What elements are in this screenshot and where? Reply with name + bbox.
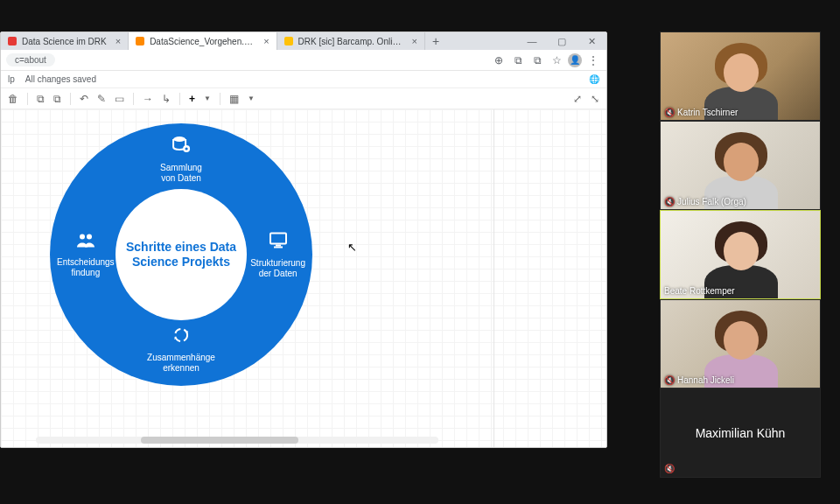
expand-icon[interactable]: ⤡ bbox=[591, 93, 599, 105]
drawio-canvas[interactable]: Schritte eines Data Science Projekts Sam… bbox=[1, 109, 606, 447]
trash-icon[interactable]: 🗑 bbox=[8, 93, 18, 105]
ring-label: Entscheidungs bbox=[57, 257, 115, 267]
scrollbar-thumb[interactable] bbox=[141, 437, 298, 444]
undo-icon[interactable]: ↶ bbox=[80, 93, 88, 105]
participant-tile[interactable]: Maximilian Kühn🔇 bbox=[660, 388, 821, 478]
participant-name-label: 🔇Hannah Jickeli bbox=[664, 375, 734, 385]
ring-label: findung bbox=[71, 268, 100, 277]
process-ring-diagram: Schritte eines Data Science Projekts Sam… bbox=[50, 123, 312, 386]
video-feed bbox=[661, 32, 820, 120]
insert-plus-button[interactable]: + bbox=[189, 93, 195, 105]
shared-browser-window: Data Science im DRK × DataScience_Vorgeh… bbox=[0, 32, 607, 448]
ring-label: von Daten bbox=[161, 173, 201, 183]
participant-tile[interactable]: 🔇Julius Falk (Orga) bbox=[660, 121, 821, 210]
participant-tile[interactable]: 🔇Katrin Tschirner bbox=[660, 32, 821, 121]
browser-tab-1[interactable]: DataScience_Vorgehen.drawio × bbox=[129, 32, 276, 50]
close-window-button[interactable]: ✕ bbox=[577, 32, 606, 50]
pencil-icon[interactable]: ✎ bbox=[97, 93, 106, 105]
kebab-menu-icon[interactable]: ⋮ bbox=[585, 54, 601, 66]
profile-avatar-icon[interactable]: 👤 bbox=[568, 53, 582, 67]
ring-item-left: Entscheidungs findung bbox=[57, 232, 115, 278]
menu-help[interactable]: lp bbox=[8, 74, 15, 84]
favicon-icon bbox=[136, 37, 144, 46]
database-gear-icon bbox=[160, 136, 202, 159]
ring-label: Sammlung bbox=[160, 163, 202, 172]
ring-label: der Daten bbox=[259, 269, 298, 278]
close-icon[interactable]: × bbox=[263, 36, 269, 46]
participant-name-label: 🔇Julius Falk (Orga) bbox=[664, 197, 746, 206]
maximize-button[interactable]: ▢ bbox=[547, 32, 577, 50]
ring-item-top: Sammlung von Daten bbox=[160, 136, 202, 184]
ring-item-right: Strukturierung der Daten bbox=[250, 231, 305, 279]
share-icon[interactable]: ⧉ bbox=[510, 54, 526, 66]
ring-label: erkennen bbox=[163, 363, 200, 373]
address-bar: c=about ⊕ ⧉ ⧉ ☆ 👤 ⋮ bbox=[1, 50, 606, 71]
video-feed bbox=[661, 300, 820, 388]
favicon-icon bbox=[284, 37, 293, 46]
ring-label: Zusammenhänge bbox=[147, 353, 215, 362]
rectangle-icon[interactable]: ▭ bbox=[115, 93, 124, 105]
fit-icon[interactable]: ⤢ bbox=[573, 93, 582, 105]
svg-rect-3 bbox=[270, 234, 286, 244]
browser-tab-strip: Data Science im DRK × DataScience_Vorgeh… bbox=[1, 32, 606, 50]
browser-tab-2[interactable]: DRK [sic] Barcamp. Online White… × bbox=[277, 32, 425, 50]
tab-title: DataScience_Vorgehen.drawio bbox=[150, 37, 255, 46]
participant-name-label: Beate Rottkemper bbox=[664, 286, 735, 296]
language-globe-icon[interactable]: 🌐 bbox=[589, 74, 599, 84]
svg-rect-4 bbox=[276, 245, 281, 247]
ring-label: Strukturierung bbox=[250, 258, 305, 268]
browser-tab-0[interactable]: Data Science im DRK × bbox=[1, 32, 129, 50]
svg-rect-5 bbox=[274, 247, 283, 248]
line-arrow-icon[interactable]: → bbox=[143, 93, 153, 105]
ring-item-bottom: Zusammenhänge erkennen bbox=[147, 326, 215, 374]
minimize-button[interactable]: — bbox=[517, 32, 547, 50]
address-input[interactable]: c=about bbox=[6, 53, 55, 66]
cycle-icon bbox=[147, 326, 215, 349]
tab-title: Data Science im DRK bbox=[22, 37, 107, 46]
participant-name-label: Maximilian Kühn bbox=[696, 426, 786, 440]
svg-point-7 bbox=[80, 234, 85, 240]
close-icon[interactable]: × bbox=[412, 36, 417, 46]
translate-icon[interactable]: ⊕ bbox=[491, 54, 507, 66]
drawio-toolbar: 🗑 ⧉ ⧉ ↶ ✎ ▭ → ↳ + ▼ ▦ ▼ ⤢ ⤡ bbox=[1, 88, 606, 109]
app-menubar: lp All changes saved 🌐 bbox=[1, 71, 606, 88]
new-tab-button[interactable]: + bbox=[425, 32, 446, 50]
participant-tile[interactable]: Beate Rottkemper bbox=[660, 210, 821, 299]
video-feed bbox=[661, 122, 820, 209]
muted-mic-icon: 🔇 bbox=[664, 464, 675, 473]
bookmark-star-icon[interactable]: ☆ bbox=[549, 54, 564, 66]
copy-icon[interactable]: ⧉ bbox=[37, 93, 45, 105]
sidebar-divider[interactable] bbox=[494, 109, 494, 447]
tab-title: DRK [sic] Barcamp. Online White… bbox=[298, 37, 403, 46]
cursor-icon: ↖ bbox=[347, 241, 357, 254]
grid-icon[interactable]: ▦ bbox=[229, 93, 239, 105]
monitor-icon bbox=[250, 231, 305, 255]
extensions-icon[interactable]: ⧉ bbox=[529, 54, 545, 66]
participant-name-label: 🔇Katrin Tschirner bbox=[664, 108, 738, 117]
video-feed bbox=[661, 211, 820, 298]
people-icon bbox=[57, 232, 115, 254]
connector-icon[interactable]: ↳ bbox=[162, 93, 171, 105]
participants-panel: 🔇Katrin Tschirner🔇Julius Falk (Orga)Beat… bbox=[660, 32, 821, 478]
participant-tile[interactable]: 🔇Hannah Jickeli bbox=[660, 299, 821, 388]
horizontal-scrollbar[interactable] bbox=[36, 437, 438, 444]
svg-point-6 bbox=[175, 329, 187, 341]
favicon-icon bbox=[8, 37, 17, 46]
muted-mic-icon: 🔇 bbox=[664, 108, 675, 117]
svg-point-0 bbox=[173, 136, 186, 142]
diagram-center-title: Schritte eines Data Science Projekts bbox=[116, 240, 247, 270]
close-icon[interactable]: × bbox=[116, 36, 121, 46]
save-status: All changes saved bbox=[25, 74, 96, 84]
window-controls: — ▢ ✕ bbox=[517, 32, 606, 50]
svg-point-8 bbox=[87, 234, 92, 240]
muted-mic-icon: 🔇 bbox=[664, 375, 675, 385]
svg-point-2 bbox=[185, 147, 187, 150]
muted-mic-icon: 🔇 bbox=[664, 197, 675, 206]
paste-icon[interactable]: ⧉ bbox=[53, 93, 61, 105]
